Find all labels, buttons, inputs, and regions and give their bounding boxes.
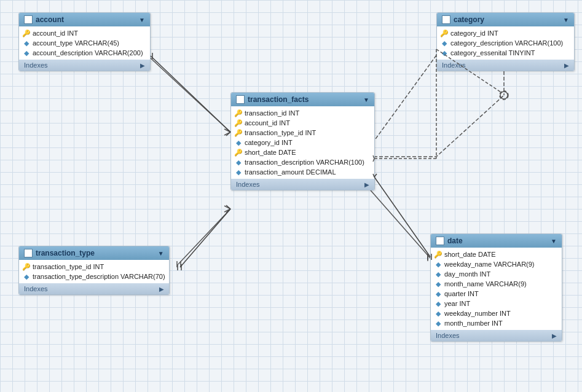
table-row: ◆ category_description VARCHAR(100)	[437, 38, 574, 48]
account-table-header[interactable]: account ▼	[19, 13, 150, 26]
footer-arrow: ▶	[564, 62, 569, 69]
table-row: ◆ weekday_number INT	[431, 308, 562, 318]
table-row: ◆ account_description VARCHAR(200)	[19, 48, 150, 58]
table-row: ◆ year INT	[431, 299, 562, 308]
svg-line-5	[224, 206, 230, 209]
pk-icon: 🔑	[235, 109, 242, 117]
table-row: ◆ category_essenital TINYINT	[437, 48, 574, 58]
field-text: day_month INT	[444, 270, 490, 278]
transaction-facts-footer[interactable]: Indexes ▶	[231, 179, 374, 190]
transaction-type-table: transaction_type ▼ 🔑 transaction_type_id…	[18, 246, 170, 295]
table-row: ◆ transaction_description VARCHAR(100)	[231, 157, 374, 167]
svg-line-26	[226, 209, 230, 213]
table-row: ◆ day_month INT	[431, 269, 562, 279]
table-row: ◆ month_name VARCHAR(9)	[431, 279, 562, 289]
svg-line-18	[151, 56, 230, 132]
table-row: 🔑 transaction_id INT	[231, 108, 374, 118]
category-table-footer[interactable]: Indexes ▶	[437, 60, 574, 71]
indexes-label: Indexes	[24, 285, 48, 292]
date-table-icon	[436, 237, 444, 245]
diamond-icon: ◆	[435, 300, 442, 307]
table-row: 🔑 transaction_type_id INT	[19, 262, 169, 272]
svg-line-25	[226, 205, 230, 209]
date-dropdown-arrow[interactable]: ▼	[551, 238, 557, 245]
category-dropdown-arrow[interactable]: ▼	[563, 17, 569, 23]
transaction-type-footer[interactable]: Indexes ▶	[19, 283, 169, 294]
transaction-type-header[interactable]: transaction_type ▼	[19, 246, 169, 260]
svg-line-2	[224, 132, 230, 135]
account-table-body: 🔑 account_id INT ◆ account_type VARCHAR(…	[19, 26, 150, 60]
table-row: 🔑 account_id INT	[19, 28, 150, 38]
category-table-header[interactable]: category ▼	[437, 13, 574, 26]
transaction-type-arrow[interactable]: ▼	[158, 250, 164, 257]
diamond-icon: ◆	[435, 319, 442, 327]
pk-icon: 🔑	[23, 263, 30, 270]
field-text: short_date DATE	[245, 149, 296, 156]
diamond-icon: ◆	[235, 159, 242, 166]
date-table-body: 🔑 short_date DATE ◆ weekday_name VARCHAR…	[431, 248, 562, 330]
svg-point-10	[500, 92, 508, 99]
diamond-icon: ◆	[435, 280, 442, 288]
diamond-icon: ◆	[435, 290, 442, 297]
field-text: account_id INT	[33, 29, 78, 37]
transaction-type-title: transaction_type	[36, 249, 95, 257]
svg-line-4	[178, 209, 230, 264]
transaction-type-icon	[24, 249, 33, 257]
field-text: transaction_type_id INT	[33, 263, 104, 270]
transaction-facts-body: 🔑 transaction_id INT 🔑 account_id INT 🔑 …	[231, 106, 374, 179]
diamond-icon: ◆	[441, 39, 448, 47]
svg-line-6	[224, 209, 230, 212]
field-text: category_id INT	[450, 29, 498, 37]
table-row: ◆ account_type VARCHAR(45)	[19, 38, 150, 48]
footer-arrow: ▶	[552, 332, 557, 339]
transaction-facts-icon	[236, 95, 245, 104]
diamond-icon: ◆	[435, 310, 442, 317]
field-text: transaction_id INT	[245, 109, 299, 117]
diamond-icon: ◆	[235, 139, 242, 146]
pk-icon: 🔑	[435, 251, 442, 258]
diamond-icon: ◆	[23, 273, 30, 280]
account-table-icon	[24, 15, 33, 24]
account-table-title: account	[36, 15, 64, 24]
transaction-facts-arrow[interactable]: ▼	[363, 96, 369, 103]
pk-icon: 🔑	[23, 29, 30, 37]
field-text: weekday_name VARCHAR(9)	[444, 261, 535, 268]
svg-line-13	[363, 181, 430, 258]
field-text: month_name VARCHAR(9)	[444, 280, 527, 288]
date-table-header[interactable]: date ▼	[431, 234, 562, 248]
pk-icon: 🔑	[441, 29, 448, 37]
svg-line-20	[226, 128, 230, 132]
pk-icon: 🔑	[235, 129, 242, 136]
table-row: ◆ month_number INT	[431, 318, 562, 328]
table-row: ◆ weekday_name VARCHAR(9)	[431, 259, 562, 269]
field-text: transaction_type_description VARCHAR(70)	[33, 273, 165, 280]
field-text: year INT	[444, 300, 470, 307]
footer-arrow: ▶	[364, 181, 369, 188]
footer-arrow: ▶	[140, 62, 145, 69]
account-table-footer[interactable]: Indexes ▶	[19, 60, 150, 71]
table-row: ◆ transaction_amount DECIMAL	[231, 167, 374, 177]
diamond-icon: ◆	[435, 270, 442, 278]
date-table: date ▼ 🔑 short_date DATE ◆ weekday_name …	[430, 233, 562, 342]
diamond-icon: ◆	[441, 49, 448, 57]
diamond-icon: ◆	[435, 261, 442, 268]
table-row: 🔑 account_id INT	[231, 118, 374, 128]
field-text: transaction_amount DECIMAL	[245, 168, 336, 176]
account-dropdown-arrow[interactable]: ▼	[139, 17, 145, 23]
footer-arrow: ▶	[159, 286, 164, 292]
indexes-label: Indexes	[236, 181, 260, 188]
indexes-label: Indexes	[436, 332, 460, 339]
table-row: 🔑 short_date DATE	[231, 147, 374, 157]
svg-point-29	[500, 91, 508, 100]
field-text: account_type VARCHAR(45)	[33, 39, 119, 47]
field-text: category_description VARCHAR(100)	[450, 39, 563, 47]
category-table: category ▼ 🔑 category_id INT ◆ category_…	[436, 12, 575, 71]
svg-line-1	[224, 129, 230, 132]
category-table-title: category	[454, 15, 484, 24]
indexes-label: Indexes	[442, 61, 466, 69]
date-table-footer[interactable]: Indexes ▶	[431, 330, 562, 341]
pk-icon: 🔑	[235, 119, 242, 127]
field-text: weekday_number INT	[444, 310, 511, 317]
date-table-title: date	[447, 237, 463, 245]
transaction-facts-header[interactable]: transaction_facts ▼	[231, 93, 374, 106]
